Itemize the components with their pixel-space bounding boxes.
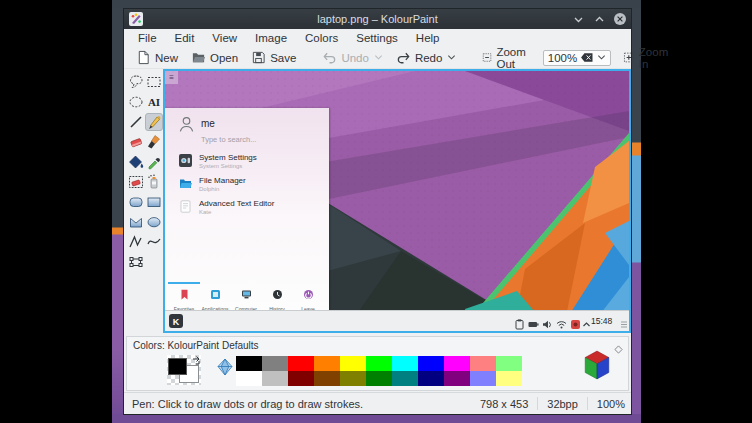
desktop-background-bottom [112,414,641,423]
close-button[interactable] [613,12,627,26]
tool-zoom[interactable] [127,253,145,271]
menu-entry-file-manager[interactable]: File Manager Dolphin [165,175,329,198]
menu-settings[interactable]: Settings [347,29,407,47]
color-cell[interactable] [496,356,522,371]
color-cell[interactable] [444,356,470,371]
combo-dropdown-icon[interactable] [597,53,606,62]
clipboard-tray-icon[interactable] [514,316,525,331]
maximize-button[interactable] [592,12,606,26]
menu-help[interactable]: Help [407,29,449,47]
zoom-level-combobox[interactable]: 100% [543,50,611,66]
redo-button[interactable]: Redo [391,48,462,67]
tool-curve[interactable] [145,233,163,251]
color-cell[interactable] [236,356,262,371]
tool-eraser[interactable] [127,133,145,151]
color-cell[interactable] [288,371,314,386]
color-cell[interactable] [236,371,262,386]
tab-history[interactable]: History [260,286,294,312]
desktop-toolbox-button[interactable]: ≡ [165,71,178,84]
text-editor-icon [179,199,192,217]
clock[interactable]: 15:48 [591,316,612,326]
network-tray-icon[interactable] [556,316,567,331]
color-cell[interactable] [470,371,496,386]
tab-leave[interactable]: Leave [291,286,325,312]
zoom-in-button[interactable]: Zoom In [618,44,676,72]
color-cell[interactable] [496,371,522,386]
color-cell[interactable] [340,371,366,386]
tool-rounded-rectangle[interactable] [127,193,145,211]
tool-line[interactable] [127,113,145,131]
status-separator [537,397,538,410]
zoom-in-icon [623,50,635,65]
tab-computer[interactable]: Computer [229,286,263,312]
minimize-button[interactable] [571,12,585,26]
search-input[interactable]: Type to search... [201,135,256,144]
zoom-out-button[interactable]: Zoom Out [477,44,535,72]
panel-handle-icon[interactable] [620,316,628,331]
color-cell[interactable] [418,356,444,371]
clear-text-icon[interactable] [580,52,594,63]
swap-colors-icon[interactable] [191,355,201,365]
menu-view[interactable]: View [203,29,246,47]
menu-edit[interactable]: Edit [166,29,204,47]
color-cell[interactable] [392,371,418,386]
color-cell[interactable] [392,356,418,371]
menu-file[interactable]: File [129,29,166,47]
color-cell[interactable] [314,371,340,386]
foreground-background-swatch[interactable] [167,355,201,385]
tool-rectangle[interactable] [145,193,163,211]
tool-selection-elliptical[interactable] [127,93,145,111]
new-button[interactable]: New [131,48,183,67]
active-tab-indicator [168,282,200,284]
status-message: Pen: Click to draw dots or drag to draw … [132,398,480,410]
menu-colors[interactable]: Colors [296,29,347,47]
tool-brush[interactable] [145,133,163,151]
color-cell[interactable] [340,356,366,371]
color-cell[interactable] [470,356,496,371]
document-image[interactable]: ≡ me Type to search... System Settings S… [165,71,629,331]
user-avatar-icon [177,115,196,137]
color-cell[interactable] [314,356,340,371]
kde-launcher-icon[interactable]: K [169,314,183,331]
color-similarity-icon[interactable] [216,358,234,380]
tool-spraycan[interactable] [145,173,163,191]
foreground-color-swatch[interactable] [168,358,187,375]
color-cell[interactable] [262,356,288,371]
tab-applications[interactable]: Applications [198,286,232,312]
tool-pen[interactable] [145,113,163,131]
computer-icon [241,289,252,300]
volume-tray-icon[interactable] [542,316,553,331]
tool-selection-rectangular[interactable] [145,73,163,91]
color-similarity-cube-icon[interactable] [583,350,611,384]
color-cell[interactable] [366,356,392,371]
menu-image[interactable]: Image [246,29,296,47]
tray-expander-icon[interactable] [582,316,591,331]
menu-entry-text-editor[interactable]: Advanced Text Editor Kate [165,198,329,221]
color-cell[interactable] [366,371,392,386]
tool-polygon[interactable] [127,213,145,231]
save-button[interactable]: Save [246,48,301,67]
color-cell[interactable] [418,371,444,386]
color-cell[interactable] [288,356,314,371]
svg-text:AI: AI [148,96,160,108]
color-cell[interactable] [262,371,288,386]
titlebar[interactable]: laptop.png – KolourPaint [124,9,631,29]
main-toolbar: New Open Save Undo Redo Zoom Out 100% [124,47,631,69]
undo-button[interactable]: Undo [317,48,388,67]
battery-tray-icon[interactable] [528,316,539,331]
tool-connected-lines[interactable] [127,233,145,251]
color-cell[interactable] [444,371,470,386]
document-canvas[interactable]: ≡ me Type to search... System Settings S… [163,69,631,333]
screenshot-tray-icon[interactable] [570,316,581,331]
tool-selection-freeform[interactable] [127,73,145,91]
tab-favorites[interactable]: Favorites [167,286,201,312]
leave-icon [303,289,314,300]
tool-text[interactable]: AI [145,93,163,111]
open-button[interactable]: Open [186,48,243,67]
tool-ellipse[interactable] [145,213,163,231]
tool-color-eraser[interactable] [127,173,145,191]
dock-float-icon[interactable] [614,340,623,358]
menu-entry-system-settings[interactable]: System Settings System Settings [165,152,329,175]
tool-color-picker[interactable] [145,153,163,171]
tool-flood-fill[interactable] [127,153,145,171]
